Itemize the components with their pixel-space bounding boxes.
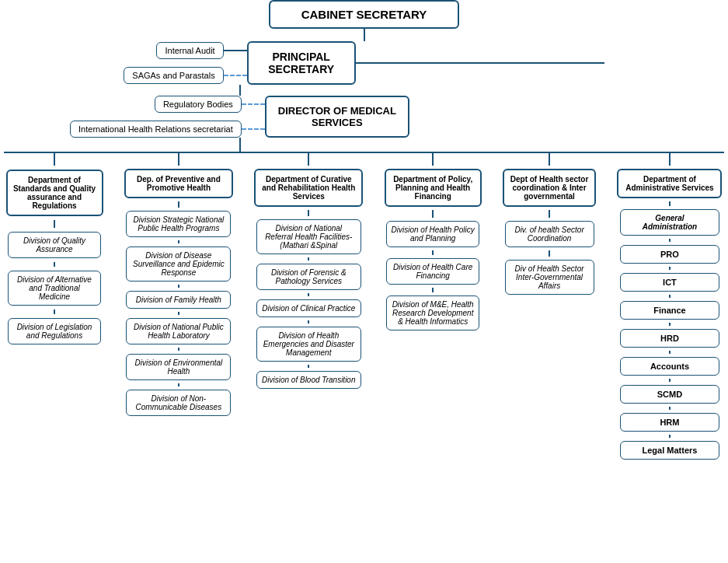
internal-audit-box: Internal Audit (156, 42, 223, 59)
sagas-box: SAGAs and Parastals (124, 67, 223, 84)
dept-preventive-box: Dep. of Preventive and Promotive Health (124, 169, 233, 198)
div-quality-box: Division of Quality Assurance (8, 232, 101, 258)
div-alt-medicine-box: Division of Alternative and Traditional … (8, 271, 101, 306)
div-mne-box: Division of M&E, Health Research Develop… (386, 295, 479, 330)
dept-policy-box: Department of Policy, Planning and Healt… (385, 169, 482, 207)
dept-standards-col: Department of Standards and Quality assu… (4, 152, 105, 344)
accounts-box: Accounts (620, 357, 719, 376)
intl-health-box: International Health Relations secretari… (70, 121, 242, 138)
dept-admin-col: Department of Administrative Services Ge… (615, 152, 724, 460)
cabinet-secretary-box: CABINET SECRETARY (269, 0, 460, 29)
dept-standards-box: Department of Standards and Quality assu… (6, 170, 103, 216)
div-emergencies-box: Division of Health Emergencies and Disas… (256, 327, 361, 362)
div-national-lab-box: Division of National Public Health Labor… (126, 318, 231, 344)
hrm-box: HRM (620, 413, 719, 432)
org-chart: CABINET SECRETARY Internal Audit SAGAs a… (4, 0, 724, 460)
dms-box: DIRECTOR OF MEDICALSERVICES (265, 96, 409, 138)
legal-box: Legal Matters (620, 441, 719, 460)
dept-curative-col: Department of Curative and Rehabilitatio… (253, 152, 365, 389)
finance-box: Finance (620, 301, 719, 320)
div-blood-box: Division of Blood Transition (256, 371, 361, 389)
hrd-box: HRD (620, 329, 719, 348)
div-health-care-box: Division of Health Care Financing (386, 258, 479, 285)
div-non-comm-box: Division of Non-Communicable Diseases (126, 390, 231, 416)
principal-secretary-box: PRINCIPALSECRETARY (247, 41, 356, 85)
div-strategic-box: Division Strategic National Public Healt… (126, 211, 231, 237)
dept-health-sector-col: Dept of Health sector coordination & Int… (501, 152, 598, 295)
div-family-box: Division of Family Health (126, 291, 231, 309)
dept-admin-box: Department of Administrative Services (617, 169, 722, 198)
div-forensic-box: Division of Forensic & Pathology Service… (256, 264, 361, 290)
ict-box: ICT (620, 273, 719, 292)
dept-curative-box: Department of Curative and Rehabilitatio… (254, 169, 363, 207)
scmd-box: SCMD (620, 385, 719, 404)
div-clinical-box: Division of Clinical Practice (256, 299, 361, 317)
dept-preventive-col: Dep. of Preventive and Promotive Health … (122, 152, 235, 416)
div-health-coord-box: Div. of health Sector Coordination (505, 221, 594, 247)
pro-box: PRO (620, 245, 719, 264)
div-legislation-box: Division of Legislation and Regulations (8, 318, 101, 344)
div-disease-box: Division of Disease Surveillance and Epi… (126, 247, 231, 282)
dept-health-sector-box: Dept of Health sector coordination & Int… (503, 169, 596, 207)
div-environmental-box: Division of Environmental Health (126, 354, 231, 380)
dept-policy-col: Department of Policy, Planning and Healt… (382, 152, 483, 330)
div-health-policy-box: Division of Health Policy and Planning (386, 221, 479, 247)
div-national-referral-box: Division of National Referral Health Fac… (256, 219, 361, 254)
cabinet-label: CABINET SECRETARY (301, 8, 427, 21)
gen-admin-box: General Administration (620, 209, 719, 236)
regulatory-box: Regulatory Bodies (155, 96, 242, 113)
div-inter-gov-box: Div of Health Sector Inter-Governmental … (505, 260, 594, 295)
